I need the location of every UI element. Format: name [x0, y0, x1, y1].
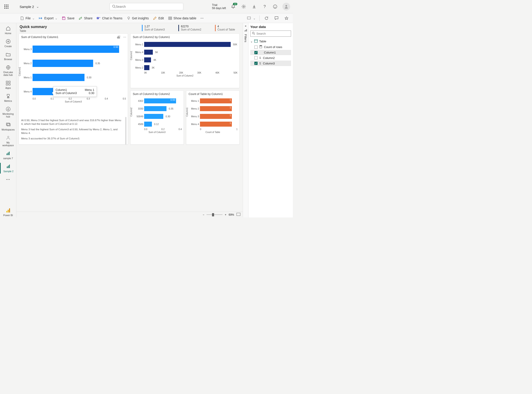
user-avatar[interactable]	[282, 3, 290, 10]
bar[interactable]: 1	[200, 106, 232, 111]
save-button[interactable]: Save	[62, 16, 74, 20]
field-row[interactable]: ✓Column1	[250, 50, 291, 55]
more-commands[interactable]: ⋯	[200, 16, 204, 20]
bar[interactable]	[33, 88, 53, 95]
nav-powerbi[interactable]: Power BI	[1, 207, 15, 218]
bar-row[interactable]: Menu 10.30	[33, 74, 126, 81]
visual-sum-col3-by-col2[interactable]: Sum of Column3 by Column2 Column2 43020.…	[130, 90, 184, 145]
bar-row[interactable]: Menu 21	[200, 106, 238, 111]
comment-icon[interactable]	[273, 15, 280, 21]
export-menu[interactable]: Export ⌄	[39, 16, 58, 20]
nav-apps[interactable]: Apps	[1, 79, 15, 90]
visual-sum-col3-by-col1[interactable]: ⋯ Sum of Column3 by Column1 Column1 Menu…	[19, 33, 128, 145]
bar[interactable]: 0.50	[144, 98, 176, 104]
nav-workspaces[interactable]: Workspaces	[1, 121, 15, 132]
more-options-icon[interactable]: ⋯	[122, 35, 127, 39]
bar[interactable]	[144, 65, 150, 70]
field-row[interactable]: ✓ΣColumn3	[250, 61, 291, 66]
bar[interactable]	[144, 114, 163, 119]
refresh-icon[interactable]	[263, 15, 270, 21]
svg-line-10	[114, 7, 115, 8]
svg-rect-16	[63, 17, 64, 18]
bar[interactable]: 1	[200, 98, 232, 104]
bar[interactable]: 1	[200, 114, 232, 119]
show-data-table-button[interactable]: Show data table	[168, 16, 196, 20]
chevron-down-icon: ⌄	[55, 16, 58, 20]
edit-button[interactable]: Edit	[153, 16, 164, 20]
checkbox[interactable]: ✓	[254, 62, 258, 65]
checkbox[interactable]	[254, 56, 258, 59]
field-row[interactable]: ΣColumn2	[250, 55, 291, 61]
nav-create[interactable]: Create	[1, 38, 15, 48]
nav-sample2[interactable]: Sample 2	[0, 163, 16, 174]
bar-row[interactable]: 33300.35	[144, 106, 182, 111]
bar-row[interactable]: Menu 45K	[144, 50, 238, 55]
bar-row[interactable]: Menu 150K	[144, 42, 238, 47]
zoom-slider[interactable]	[207, 214, 222, 215]
search-input[interactable]	[116, 5, 181, 8]
svg-point-29	[6, 107, 10, 111]
bar[interactable]	[144, 42, 231, 47]
workspace-title[interactable]: Sample 2 ⌄	[20, 5, 39, 9]
bar-row[interactable]: Menu 20.35	[33, 60, 126, 67]
visual-sum-col2-by-col1[interactable]: Sum of Column2 by Column1 Column1 Menu 1…	[130, 33, 240, 88]
bar[interactable]	[33, 74, 84, 81]
feedback-icon[interactable]	[272, 3, 278, 10]
svg-rect-41	[9, 208, 10, 213]
settings-icon[interactable]	[241, 3, 247, 10]
nav-browse[interactable]: Browse	[1, 51, 15, 62]
zoom-in-button[interactable]: +	[225, 213, 226, 216]
bar-row[interactable]: Menu 34K	[144, 57, 238, 62]
global-search[interactable]	[109, 3, 183, 10]
globe-icon	[5, 65, 11, 70]
field-row[interactable]: Count of rows	[250, 44, 291, 50]
sort-icon[interactable]	[116, 35, 121, 39]
collapse-icon[interactable]: «	[245, 24, 246, 28]
fields-search[interactable]	[250, 31, 291, 37]
bar-row[interactable]: Menu 11	[200, 98, 238, 104]
bar-row[interactable]: 45890.12	[144, 122, 182, 127]
checkbox[interactable]: ✓	[254, 51, 258, 54]
bar[interactable]: 1	[200, 122, 232, 127]
notifications-icon[interactable]: 10	[230, 3, 236, 10]
bar-row[interactable]: Menu 31	[200, 114, 238, 119]
table-node[interactable]: ⌄ Table	[250, 38, 291, 44]
nav-metrics[interactable]: Metrics	[1, 93, 15, 103]
app-launcher-icon[interactable]	[3, 3, 10, 10]
bar-row[interactable]: 500490.30	[144, 114, 182, 119]
nav-home[interactable]: Home	[1, 25, 15, 36]
download-icon[interactable]	[251, 3, 257, 10]
nav-more[interactable]: ⋯	[1, 176, 15, 183]
fields-search-input[interactable]	[256, 32, 289, 35]
bar[interactable]	[33, 60, 93, 67]
visual-count-table-by-col1[interactable]: Count of Table by Column1 Column1 Menu 1…	[186, 90, 240, 145]
bar[interactable]	[144, 57, 151, 62]
get-insights-button[interactable]: Get insights	[127, 16, 149, 20]
chart-title: Count of Table by Column1	[186, 91, 239, 97]
nav-sample7[interactable]: sample 7	[1, 150, 15, 161]
favorite-icon[interactable]	[283, 15, 290, 21]
tick-label: 0.5	[123, 98, 126, 100]
bar-row[interactable]: 43020.50	[144, 98, 182, 104]
top-bar: Sample 2 ⌄ Trial: 59 days left 10	[0, 0, 293, 13]
nav-my-workspace[interactable]: My workspace	[1, 134, 15, 148]
bar-row[interactable]: Menu 41	[200, 122, 238, 127]
checkbox[interactable]	[254, 46, 258, 49]
tick-label: 0.4	[105, 98, 108, 100]
view-mode-menu[interactable]: ⌄	[247, 16, 256, 20]
bar-row[interactable]: Menu 23K	[144, 65, 238, 70]
nav-onelake[interactable]: OneLake data hub	[1, 64, 15, 77]
filters-rail[interactable]: « Filters	[243, 23, 248, 218]
nav-monitoring[interactable]: Monitoring hub	[1, 105, 15, 119]
bar[interactable]	[144, 50, 153, 55]
bar[interactable]	[144, 106, 166, 111]
fit-page-icon[interactable]	[236, 213, 241, 217]
file-menu[interactable]: File ⌄	[20, 16, 35, 20]
help-icon[interactable]: ?	[261, 3, 268, 10]
chat-teams-button[interactable]: T Chat in Teams	[97, 16, 122, 20]
zoom-out-button[interactable]: −	[203, 213, 204, 216]
bar[interactable]	[144, 122, 152, 127]
share-button[interactable]: Share	[78, 16, 93, 20]
bar-row[interactable]: Menu 30.50	[33, 46, 126, 53]
bar[interactable]: 0.50	[33, 46, 119, 53]
